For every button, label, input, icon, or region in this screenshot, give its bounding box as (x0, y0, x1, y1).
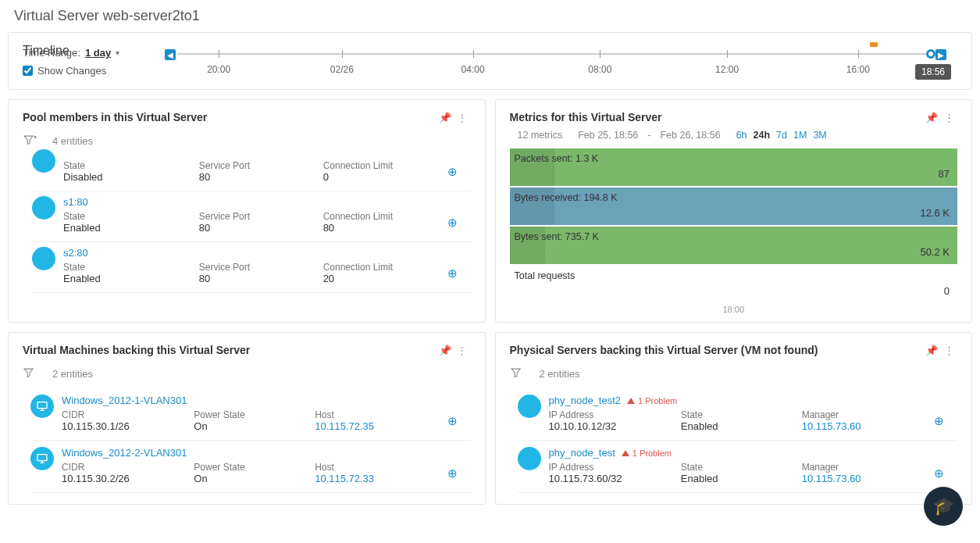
metric-label: Total requests (515, 270, 576, 281)
expand-icon[interactable]: ⊕ (447, 414, 471, 428)
field-label: State (681, 462, 794, 473)
vms-card: Virtual Machines backing this Virtual Se… (8, 332, 486, 505)
metric-footer-tick: 18:00 (510, 305, 958, 314)
field-value: 10.115.30.1/26 (62, 420, 186, 432)
server-icon[interactable] (518, 447, 541, 470)
metrics-count: 12 metrics (518, 130, 563, 141)
field-label: Power State (194, 409, 307, 420)
server-icon[interactable] (518, 395, 541, 418)
manager-link[interactable]: 10.115.73.60 (802, 473, 926, 484)
expand-icon[interactable]: ⊕ (934, 414, 957, 428)
field-label: Connection Limit (323, 262, 440, 273)
phys-card-title: Physical Servers backing this Virtual Se… (510, 344, 924, 356)
timeline-tick-label: 12:00 (715, 64, 739, 75)
more-icon[interactable]: ⋮ (940, 112, 957, 123)
vm-icon[interactable] (30, 395, 54, 418)
vm-item: Windows_2012-2-VLAN301 CIDR10.115.30.2/2… (30, 441, 471, 493)
field-label: Connection Limit (323, 211, 440, 222)
metric-label: Packets sent: 1.3 K (515, 153, 599, 164)
pool-entity-count: 4 entities (52, 135, 93, 147)
time-range-selector[interactable]: 1 day (85, 47, 111, 59)
field-value: 10.115.73.60/32 (549, 473, 673, 484)
timeline-tick-label: 04:00 (461, 64, 485, 75)
field-value: 80 (199, 222, 315, 234)
phys-name-link[interactable]: phy_node_test (549, 447, 615, 459)
entity-icon[interactable] (32, 149, 55, 173)
more-icon[interactable]: ⋮ (454, 345, 471, 356)
vm-name-link[interactable]: Windows_2012-2-VLAN301 (62, 447, 187, 459)
pin-icon[interactable]: 📌 (923, 112, 940, 123)
host-link[interactable]: 10.115.72.33 (315, 473, 439, 484)
pool-item-link[interactable]: s2:80 (63, 247, 471, 259)
metric-value: 0 (944, 285, 950, 297)
timeline-end-handle[interactable] (926, 49, 935, 59)
metric-row[interactable]: Bytes received: 194.8 K12.6 K (510, 188, 958, 225)
problem-badge[interactable]: 1 Problem (622, 448, 672, 458)
field-label: State (63, 211, 191, 222)
timeline-change-marker[interactable] (870, 42, 878, 47)
chevron-down-icon[interactable]: ▾ (116, 48, 119, 57)
field-value: 10.115.30.2/26 (62, 473, 186, 484)
pin-icon[interactable]: 📌 (437, 112, 454, 123)
phys-entity-count: 2 entities (540, 368, 580, 380)
phys-item: phy_node_test2 1 Problem IP Address10.10… (518, 388, 958, 441)
pin-icon[interactable]: 📌 (923, 345, 940, 356)
vms-card-title: Virtual Machines backing this Virtual Se… (23, 344, 437, 356)
timeline-end-label: 18:56 (915, 64, 951, 80)
timeline-tick-label: 16:00 (846, 64, 870, 75)
metrics-date-from: Feb 25, 18:56 (578, 130, 638, 141)
range-24h[interactable]: 24h (754, 130, 771, 141)
filter-icon[interactable] (510, 367, 532, 380)
field-value: Enabled (63, 273, 191, 284)
field-label: IP Address (549, 462, 673, 473)
expand-icon[interactable]: ⊕ (447, 266, 471, 280)
range-3M[interactable]: 3M (813, 130, 826, 141)
field-label: Service Port (199, 262, 315, 273)
expand-icon[interactable]: ⊕ (447, 165, 471, 179)
range-7d[interactable]: 7d (776, 130, 787, 141)
filter-icon[interactable] (23, 134, 45, 148)
field-label: CIDR (62, 409, 186, 420)
metric-row[interactable]: Total requests0 (510, 266, 958, 303)
pool-card-title: Pool members in this Virtual Server (23, 111, 437, 123)
host-link[interactable]: 10.115.72.35 (315, 420, 439, 432)
timeline-track[interactable] (177, 53, 934, 55)
pool-item-link[interactable]: s1:80 (63, 196, 471, 208)
field-label: IP Address (549, 409, 673, 420)
show-changes-toggle[interactable]: Show Changes (23, 65, 163, 77)
pin-icon[interactable]: 📌 (437, 345, 454, 356)
timeline-tick-label: 02/26 (330, 64, 354, 75)
field-value: 80 (199, 273, 315, 284)
svg-rect-1 (37, 455, 47, 461)
entity-icon[interactable] (32, 196, 55, 220)
filter-icon[interactable] (23, 367, 45, 380)
timeline-viz[interactable]: ◀ 20:00 02/26 04:00 08:00 12:00 16:00 ▶ … (163, 42, 957, 81)
range-1M[interactable]: 1M (793, 130, 807, 141)
expand-icon[interactable]: ⊕ (447, 216, 471, 230)
phys-item: phy_node_test 1 Problem IP Address10.115… (518, 441, 958, 493)
manager-link[interactable]: 10.115.73.60 (802, 420, 926, 432)
phys-name-link[interactable]: phy_node_test2 (549, 395, 622, 406)
vm-item: Windows_2012-1-VLAN301 CIDR10.115.30.1/2… (30, 388, 471, 441)
expand-icon[interactable]: ⊕ (447, 466, 471, 480)
metric-value: 87 (939, 168, 950, 180)
vm-icon[interactable] (30, 447, 54, 470)
show-changes-checkbox[interactable] (23, 66, 33, 76)
problem-badge[interactable]: 1 Problem (627, 396, 677, 405)
field-label: Connection Limit (323, 160, 440, 171)
warning-icon (622, 450, 629, 456)
timeline-next-button[interactable]: ▶ (935, 49, 946, 60)
help-fab[interactable]: 🎓 (924, 487, 963, 520)
pool-item: s1:80 StateEnabled Service Port80 Connec… (32, 191, 471, 242)
metric-row[interactable]: Packets sent: 1.3 K87 (510, 148, 958, 186)
metric-row[interactable]: Bytes sent: 735.7 K50.2 K (510, 227, 958, 264)
vm-name-link[interactable]: Windows_2012-1-VLAN301 (62, 395, 187, 406)
more-icon[interactable]: ⋮ (940, 345, 957, 356)
svg-rect-0 (37, 402, 47, 409)
timeline-prev-button[interactable]: ◀ (165, 49, 176, 60)
expand-icon[interactable]: ⊕ (934, 466, 957, 480)
more-icon[interactable]: ⋮ (454, 112, 471, 123)
range-6h[interactable]: 6h (736, 130, 747, 141)
entity-icon[interactable] (32, 247, 55, 270)
physical-servers-card: Physical Servers backing this Virtual Se… (495, 332, 973, 505)
